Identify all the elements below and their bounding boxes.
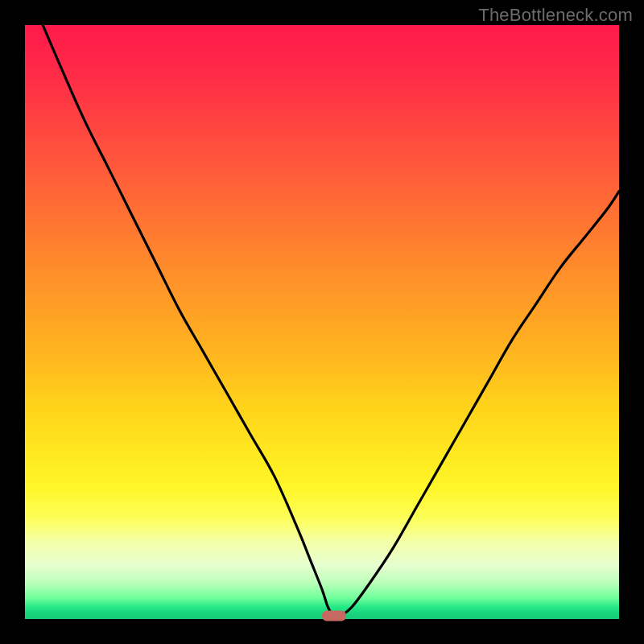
watermark-text: TheBottleneck.com	[478, 5, 633, 26]
chart-frame: TheBottleneck.com	[0, 0, 644, 644]
bottleneck-curve	[25, 25, 619, 619]
optimal-marker	[322, 611, 346, 621]
plot-area	[25, 25, 619, 619]
